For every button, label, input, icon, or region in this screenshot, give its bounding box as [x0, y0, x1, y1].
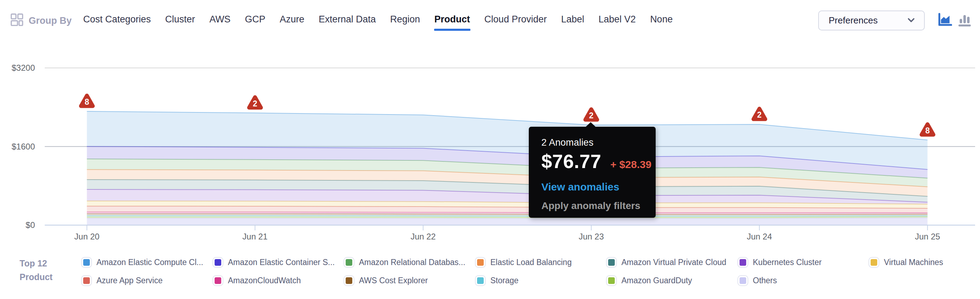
legend-item[interactable]: AWS Cost Explorer — [344, 276, 428, 285]
area-series — [87, 218, 928, 225]
legend-item[interactable]: Amazon Elastic Container S... — [213, 258, 335, 267]
legend-item-label: Amazon Elastic Compute Cl... — [97, 258, 204, 267]
legend-title-line1: Top 12 — [19, 257, 52, 270]
x-axis-label: Jun 20 — [75, 232, 100, 241]
anomaly-count: 2 — [589, 111, 593, 120]
legend-item-label: AmazonCloudWatch — [228, 276, 301, 285]
legend-item[interactable]: Azure App Service — [82, 276, 162, 285]
legend-color-chip — [607, 276, 616, 285]
anomaly-count: 2 — [757, 110, 762, 119]
legend-item[interactable]: AmazonCloudWatch — [213, 276, 301, 285]
legend-color-chip — [213, 258, 223, 267]
legend-item[interactable]: Virtual Machines — [869, 258, 943, 267]
legend-item-label: Elastic Load Balancing — [490, 258, 572, 267]
y-axis-label: $1600 — [11, 142, 35, 151]
y-axis-label: $3200 — [11, 63, 35, 72]
legend-color-chip — [738, 276, 748, 285]
legend-item-label: Amazon Elastic Container S... — [228, 258, 335, 267]
anomaly-marker[interactable]: 8 — [81, 96, 93, 106]
x-axis-label: Jun 24 — [747, 232, 772, 241]
view-anomalies-link[interactable]: View anomalies — [541, 181, 655, 193]
x-axis-label: Jun 23 — [579, 232, 604, 241]
tooltip-anomaly-count: 2 Anomalies — [541, 137, 655, 148]
legend-item-label: Azure App Service — [97, 276, 162, 285]
legend-color-chip — [82, 276, 91, 285]
legend-color-chip — [82, 258, 91, 267]
legend-title-line2: Product — [19, 270, 52, 284]
legend-color-chip — [607, 258, 616, 267]
legend-item[interactable]: Amazon Relational Databas... — [344, 258, 465, 267]
anomaly-marker[interactable]: 2 — [585, 109, 597, 120]
cost-dashboard: Group By Cost CategoriesClusterAWSGCPAzu… — [0, 0, 980, 299]
anomaly-count: 8 — [84, 98, 89, 106]
legend-color-chip — [476, 276, 485, 285]
legend-item[interactable]: Amazon Virtual Private Cloud — [607, 258, 726, 267]
legend-color-chip — [344, 258, 354, 267]
legend-item[interactable]: Others — [738, 276, 777, 285]
legend-item-label: Kubernetes Cluster — [753, 258, 822, 267]
legend-item[interactable]: Amazon Elastic Compute Cl... — [82, 258, 204, 267]
legend-item[interactable]: Kubernetes Cluster — [738, 258, 822, 267]
legend-color-chip — [738, 258, 748, 267]
x-axis-label: Jun 21 — [243, 232, 268, 241]
x-axis-label: Jun 22 — [410, 232, 436, 241]
tooltip-amount: $76.77 — [541, 150, 601, 173]
anomaly-marker[interactable]: 8 — [922, 124, 934, 135]
legend-title: Top 12 Product — [19, 257, 52, 284]
anomaly-count: 8 — [925, 126, 930, 135]
legend-item-label: Storage — [490, 276, 519, 285]
legend-item-label: Amazon Relational Databas... — [359, 258, 465, 267]
stacked-area-chart[interactable]: $0$1600$3200Jun 20Jun 21Jun 22Jun 23Jun … — [0, 0, 980, 299]
apply-anomaly-filters-link[interactable]: Apply anomaly filters — [541, 200, 655, 211]
legend-item[interactable]: Elastic Load Balancing — [476, 258, 572, 267]
legend-item-label: Virtual Machines — [884, 258, 943, 267]
legend-color-chip — [213, 276, 223, 285]
x-axis-label: Jun 25 — [915, 232, 940, 241]
legend-item-label: Others — [753, 276, 777, 285]
legend-item-label: Amazon Virtual Private Cloud — [621, 258, 726, 267]
y-axis-label: $0 — [25, 220, 35, 230]
anomaly-marker[interactable]: 2 — [754, 109, 765, 119]
legend-color-chip — [869, 258, 879, 267]
legend-item-label: Amazon GuardDuty — [621, 276, 692, 285]
legend-item[interactable]: Storage — [476, 276, 519, 285]
anomaly-marker[interactable]: 2 — [249, 98, 261, 108]
legend-color-chip — [476, 258, 485, 267]
legend-item-label: AWS Cost Explorer — [359, 276, 428, 285]
tooltip-delta: + $28.39 — [610, 158, 651, 171]
tooltip-amount-row: $76.77 + $28.39 — [541, 150, 655, 173]
anomaly-tooltip: 2 Anomalies $76.77 + $28.39 View anomali… — [529, 127, 655, 218]
anomaly-count: 2 — [253, 99, 257, 108]
legend-item[interactable]: Amazon GuardDuty — [607, 276, 692, 285]
legend-color-chip — [344, 276, 354, 285]
